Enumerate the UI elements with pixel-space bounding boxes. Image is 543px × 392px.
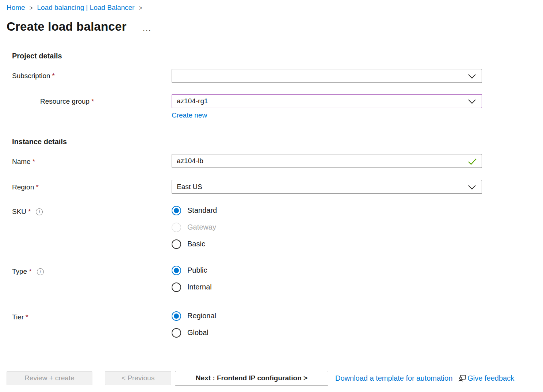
create-new-link[interactable]: Create new (172, 111, 207, 119)
sku-option-gateway: Gateway (172, 222, 482, 232)
breadcrumb: Home > Load balancing | Load Balancer > (0, 0, 543, 12)
project-details-heading: Project details (12, 52, 482, 60)
download-template-link[interactable]: Download a template for automation (335, 374, 452, 383)
subscription-label: Subscription* (12, 69, 172, 80)
review-create-button[interactable]: Review + create (7, 371, 92, 385)
radio-disabled-icon (172, 223, 181, 232)
chevron-down-icon (468, 99, 476, 104)
required-asterisk: * (32, 158, 35, 165)
required-asterisk: * (29, 268, 31, 275)
sku-option-label: Standard (187, 206, 217, 215)
name-input[interactable]: az104-lb (172, 154, 482, 168)
next-frontend-ip-button[interactable]: Next : Frontend IP configuration > (175, 371, 328, 385)
name-label: Name* (12, 154, 172, 166)
resource-group-label: Resource group* (12, 94, 172, 105)
type-label: Type* i (12, 265, 172, 276)
tier-option-global[interactable]: Global (172, 328, 482, 338)
tier-option-regional[interactable]: Regional (172, 311, 482, 321)
ellipsis-icon[interactable]: ... (143, 23, 152, 30)
tier-radio-group: Regional Global (172, 311, 482, 338)
chevron-right-icon: > (138, 4, 143, 11)
tier-label: Tier* (12, 311, 172, 321)
tier-option-label: Global (187, 328, 209, 337)
radio-unselected-icon (172, 283, 181, 292)
tier-option-label: Regional (187, 312, 216, 320)
resource-group-value: az104-rg1 (177, 97, 208, 105)
region-dropdown[interactable]: East US (172, 180, 482, 194)
info-circle-icon[interactable]: i (36, 208, 43, 215)
required-asterisk: * (91, 97, 94, 105)
info-circle-icon[interactable]: i (37, 268, 44, 275)
breadcrumb-home[interactable]: Home (7, 4, 25, 12)
sku-radio-group: Standard Gateway Basic (172, 205, 482, 249)
sku-option-standard[interactable]: Standard (172, 205, 482, 215)
sku-option-basic[interactable]: Basic (172, 239, 482, 249)
required-asterisk: * (52, 72, 55, 80)
radio-unselected-icon (172, 239, 181, 249)
radio-unselected-icon (172, 328, 181, 338)
required-asterisk: * (36, 183, 38, 191)
type-option-internal[interactable]: Internal (172, 282, 482, 292)
sku-option-label: Basic (187, 240, 205, 248)
type-option-public[interactable]: Public (172, 265, 482, 275)
subscription-dropdown[interactable] (172, 69, 482, 83)
footer-action-bar: Review + create < Previous Next : Fronte… (0, 356, 543, 392)
hierarchy-connector-line (14, 85, 35, 99)
region-label: Region* (12, 180, 172, 191)
person-feedback-icon (458, 374, 467, 383)
required-asterisk: * (26, 313, 28, 321)
sku-label: SKU* i (12, 205, 172, 216)
page-title: Create load balancer (7, 20, 127, 34)
type-option-label: Internal (187, 283, 212, 291)
chevron-down-icon (468, 184, 476, 190)
give-feedback-link[interactable]: Give feedback (467, 374, 514, 383)
sku-option-label: Gateway (187, 223, 216, 231)
required-asterisk: * (28, 208, 31, 215)
radio-selected-icon (172, 206, 181, 215)
resource-group-dropdown[interactable]: az104-rg1 (172, 94, 482, 108)
chevron-right-icon: > (29, 4, 34, 11)
radio-selected-icon (172, 311, 181, 321)
radio-selected-icon (172, 266, 181, 275)
region-value: East US (177, 183, 202, 191)
previous-button[interactable]: < Previous (105, 371, 171, 385)
green-checkmark-icon (468, 158, 477, 165)
name-value: az104-lb (177, 157, 203, 165)
type-radio-group: Public Internal (172, 265, 482, 292)
breadcrumb-load-balancing[interactable]: Load balancing | Load Balancer (37, 4, 134, 12)
instance-details-heading: Instance details (12, 138, 482, 146)
chevron-down-icon (468, 73, 476, 79)
type-option-label: Public (187, 266, 207, 274)
